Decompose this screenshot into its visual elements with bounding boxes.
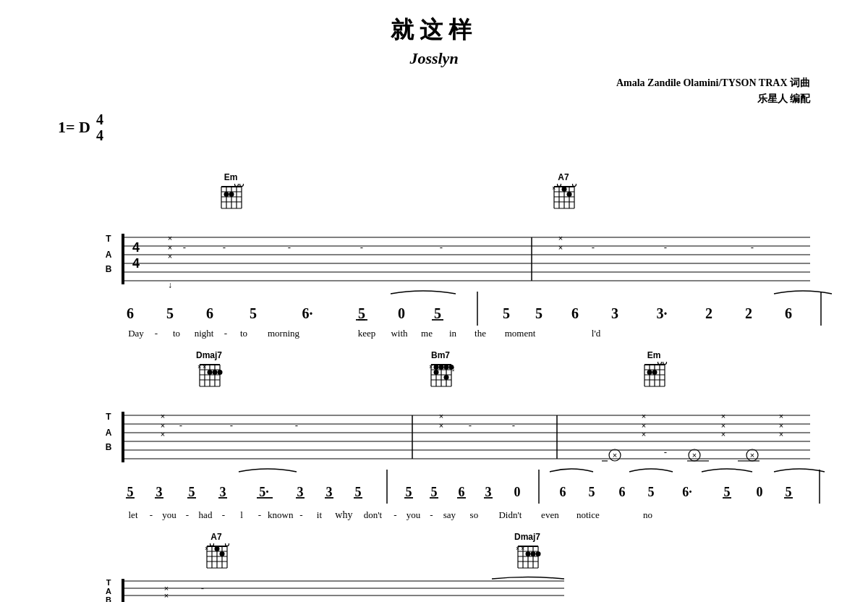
- svg-text:A: A: [106, 250, 112, 260]
- tab-staff-2: T A B × × × - - - × × - - × × × × - × × …: [58, 408, 810, 466]
- chord-bm7-diagram: × 2: [427, 362, 454, 389]
- svg-text:-: -: [592, 242, 595, 253]
- title-chinese: 就这样: [58, 14, 810, 46]
- svg-text:-: -: [751, 242, 754, 253]
- svg-text:3·: 3·: [657, 305, 668, 321]
- svg-point-111: [444, 375, 449, 380]
- svg-text:-: -: [469, 420, 472, 431]
- svg-point-124: [647, 370, 652, 375]
- svg-text:×: ×: [168, 252, 172, 260]
- svg-text:5: 5: [648, 485, 655, 499]
- time-signature: 4 4: [96, 111, 103, 143]
- svg-text:5: 5: [358, 305, 365, 321]
- svg-text:5: 5: [189, 485, 195, 499]
- svg-text:×: ×: [558, 234, 563, 242]
- key-time: 1= D 4 4: [58, 111, 810, 143]
- svg-point-123: [663, 362, 667, 365]
- svg-text:T: T: [106, 578, 111, 587]
- svg-text:B: B: [106, 442, 112, 452]
- chord-a7-2: A7 ×: [203, 532, 230, 571]
- chord-row-1: Em: [123, 172, 810, 226]
- notation-row-1: 6 5 6 5 6· 5 0 5 5 5 6 3 3· 2 2 6: [123, 288, 868, 331]
- svg-point-91: [208, 370, 213, 375]
- svg-text:×: ×: [161, 430, 165, 438]
- svg-text:6·: 6·: [302, 305, 313, 321]
- svg-text:-: -: [512, 420, 515, 431]
- page: 就这样 Josslyn Amala Zandile Olamini/TYSON …: [0, 0, 868, 602]
- svg-text:-: -: [230, 420, 233, 431]
- svg-text:6: 6: [785, 305, 792, 321]
- svg-text:-: -: [440, 242, 443, 253]
- svg-text:×: ×: [161, 412, 165, 420]
- svg-point-109: [449, 365, 454, 370]
- svg-text:×: ×: [552, 185, 556, 192]
- svg-text:×: ×: [613, 451, 617, 459]
- svg-text:5·: 5·: [259, 485, 269, 499]
- svg-text:0: 0: [514, 485, 521, 499]
- svg-text:6: 6: [571, 305, 579, 321]
- svg-text:T: T: [106, 412, 111, 422]
- lyric-why: why: [329, 509, 358, 521]
- svg-text:×: ×: [558, 243, 563, 252]
- tab-staff-3: T A B × × -: [58, 575, 810, 602]
- svg-point-107: [439, 365, 444, 370]
- svg-text:×: ×: [168, 243, 172, 252]
- chord-em-2: Em: [640, 350, 668, 389]
- title-english: Josslyn: [58, 49, 810, 68]
- svg-point-122: [658, 362, 662, 365]
- svg-text:×: ×: [521, 545, 524, 552]
- svg-text:×: ×: [692, 451, 697, 459]
- svg-text:×: ×: [516, 545, 519, 552]
- svg-text:×: ×: [721, 421, 726, 430]
- arranger-credit: 乐星人 编配: [58, 91, 810, 107]
- svg-text:↓: ↓: [168, 280, 172, 288]
- svg-text:5: 5: [535, 305, 542, 321]
- svg-text:0: 0: [757, 485, 763, 499]
- svg-point-223: [220, 551, 225, 556]
- chord-em: Em: [217, 172, 244, 211]
- svg-text:4: 4: [132, 256, 140, 271]
- svg-text:A: A: [106, 587, 111, 595]
- svg-text:×: ×: [168, 234, 172, 242]
- svg-text:-: -: [179, 420, 182, 431]
- chord-a7-2-diagram: ×: [203, 543, 230, 571]
- chord-row-3: A7 × Dmaj7: [123, 532, 810, 575]
- svg-text:T: T: [106, 234, 111, 244]
- svg-point-28: [567, 192, 572, 197]
- svg-text:×: ×: [779, 430, 783, 438]
- svg-text:×: ×: [429, 363, 433, 370]
- svg-text:5: 5: [589, 485, 595, 499]
- svg-text:5: 5: [724, 485, 731, 499]
- svg-text:-: -: [664, 242, 667, 253]
- svg-text:5: 5: [166, 305, 174, 321]
- svg-text:5: 5: [250, 305, 257, 321]
- svg-point-25: [558, 184, 561, 187]
- svg-text:×: ×: [642, 421, 646, 430]
- svg-text:5: 5: [406, 485, 412, 499]
- svg-text:×: ×: [205, 545, 208, 552]
- chord-bm7: Bm7 × 2: [427, 350, 454, 389]
- tab-staff-1: T A B 4 4 × × × - - - - - ↓ × × - - - -: [58, 230, 810, 288]
- svg-text:5: 5: [434, 305, 441, 321]
- svg-point-26: [573, 184, 576, 187]
- svg-text:4: 4: [132, 240, 140, 255]
- svg-text:A: A: [106, 428, 112, 438]
- svg-point-236: [526, 551, 531, 556]
- svg-text:×: ×: [721, 430, 726, 438]
- svg-point-10: [235, 184, 239, 187]
- chord-em-diagram: [217, 184, 244, 211]
- chord-dmaj7-2-diagram: × ×: [514, 543, 541, 571]
- svg-point-11: [240, 184, 244, 187]
- svg-text:6·: 6·: [682, 485, 692, 499]
- svg-text:×: ×: [197, 363, 201, 370]
- svg-text:-: -: [288, 242, 291, 253]
- svg-point-92: [213, 370, 218, 375]
- svg-text:5: 5: [127, 485, 134, 499]
- svg-text:3: 3: [611, 305, 618, 321]
- svg-text:-: -: [201, 582, 204, 593]
- svg-text:5: 5: [431, 485, 438, 499]
- svg-text:3: 3: [156, 485, 163, 499]
- svg-point-13: [229, 192, 234, 197]
- svg-point-125: [652, 370, 658, 375]
- svg-text:6: 6: [127, 305, 134, 321]
